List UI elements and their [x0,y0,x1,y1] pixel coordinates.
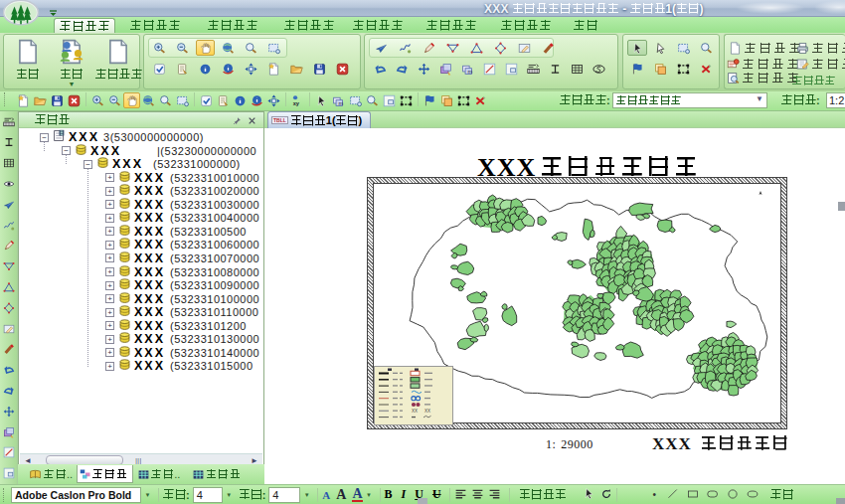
svg-text:m: m [339,99,344,105]
svg-text:xy: xy [293,100,300,106]
svg-text:m: m [468,68,473,74]
svg-text:XX: XX [424,409,430,414]
svg-text:XX: XX [412,409,418,414]
